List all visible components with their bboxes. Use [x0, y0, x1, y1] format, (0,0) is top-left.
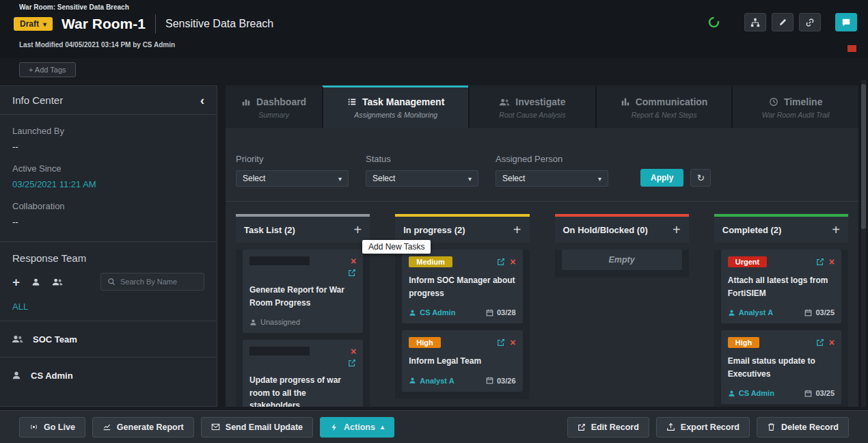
- select-value: Select: [243, 174, 265, 183]
- assigned-person-select[interactable]: Select ▾: [496, 170, 608, 187]
- delete-task-icon[interactable]: ×: [510, 257, 515, 267]
- timeline-clock-icon: [769, 97, 778, 107]
- chat-button[interactable]: [835, 13, 857, 31]
- edit-task-icon[interactable]: [497, 338, 505, 347]
- field-collaboration: Collaboration --: [12, 201, 204, 227]
- task-title: Attach all latest logs from FortiSIEM: [728, 274, 835, 299]
- breadcrumb: War Room: Sensitive Data Breach: [19, 3, 129, 11]
- redacted-text: [249, 256, 310, 265]
- add-tags-button[interactable]: + Add Tags: [19, 62, 76, 77]
- go-live-button[interactable]: Go Live: [19, 417, 85, 438]
- delete-task-icon[interactable]: ×: [829, 338, 835, 347]
- add-new-tasks-tooltip: Add New Tasks: [362, 240, 431, 254]
- add-task-icon[interactable]: +: [513, 223, 521, 237]
- tab-investigate[interactable]: Investigate Root Cause Analysis: [468, 85, 595, 128]
- tab-label: Communication: [636, 96, 708, 107]
- column-title: In progress (2): [403, 225, 465, 235]
- search-input[interactable]: [120, 278, 194, 286]
- delete-task-icon[interactable]: ×: [351, 256, 356, 266]
- footer-actions-bar: Go Live Generate Report Send Email Updat…: [0, 410, 868, 443]
- task-title: Generate Report for War Room Progress: [249, 284, 356, 309]
- tab-communication[interactable]: Communication Report & Next Steps: [595, 85, 732, 128]
- task-card[interactable]: High × Inform Legal Team Analys: [402, 330, 522, 392]
- member-name: SOC Team: [33, 334, 77, 345]
- vertical-scrollbar[interactable]: [861, 80, 866, 407]
- column-title: Task List (2): [244, 225, 295, 235]
- status-select[interactable]: Select ▾: [366, 170, 478, 187]
- task-card[interactable]: Urgent × Attach all latest logs from For…: [721, 250, 841, 323]
- team-icon: [12, 334, 23, 344]
- task-card[interactable]: Medium × Inform SOC Manager about progre…: [402, 250, 522, 323]
- export-record-button[interactable]: Export Record: [656, 417, 750, 438]
- add-task-icon[interactable]: +: [673, 223, 681, 237]
- chevron-down-icon: ▾: [468, 175, 472, 183]
- task-card[interactable]: High × Email status update to Executives: [721, 330, 841, 404]
- edit-task-icon[interactable]: [816, 338, 824, 347]
- envelope-icon: [211, 422, 220, 431]
- edit-button[interactable]: [772, 13, 794, 31]
- column-body: × Generate Report for War Room Progress …: [236, 250, 370, 407]
- column-title: On Hold/Blocked (0): [563, 225, 648, 235]
- actions-button[interactable]: Actions ▴: [320, 417, 394, 438]
- info-center-sidebar: Info Center ‹ Launched By -- Active Sinc…: [0, 85, 217, 407]
- link-button[interactable]: [799, 13, 821, 31]
- edit-task-icon[interactable]: [348, 269, 356, 277]
- column-body: Empty: [555, 250, 689, 278]
- delete-record-button[interactable]: Delete Record: [757, 417, 849, 438]
- member-row-cs-admin[interactable]: CS Admin: [0, 357, 217, 393]
- tab-bar: Dashboard Summary Task Management Assign…: [226, 85, 858, 128]
- add-person-icon[interactable]: [31, 278, 40, 286]
- delete-task-icon[interactable]: ×: [829, 257, 835, 267]
- chevron-down-icon: ▾: [598, 175, 601, 183]
- button-label: Go Live: [44, 422, 75, 432]
- status-badge[interactable]: Draft ▾: [14, 17, 53, 31]
- tab-dashboard[interactable]: Dashboard Summary: [226, 85, 322, 128]
- task-title: Inform Legal Team: [409, 355, 515, 368]
- main-content: Dashboard Summary Task Management Assign…: [226, 85, 858, 407]
- export-icon: [666, 422, 675, 431]
- add-team-icon[interactable]: [52, 278, 63, 286]
- member-row-soc-team[interactable]: SOC Team: [0, 321, 217, 357]
- tab-task-management[interactable]: Task Management Assignments & Monitoring: [322, 85, 468, 128]
- refresh-button[interactable]: ↻: [690, 169, 711, 187]
- edit-task-icon[interactable]: [348, 359, 356, 367]
- edit-task-icon[interactable]: [497, 258, 505, 266]
- chevron-down-icon: ▾: [43, 21, 46, 28]
- investigate-icon: [499, 98, 510, 107]
- status-badge-label: Draft: [20, 19, 39, 29]
- task-card[interactable]: × Generate Report for War Room Progress …: [243, 250, 363, 333]
- filter-all[interactable]: ALL: [0, 299, 217, 321]
- task-title: Update progress of war room to all the s…: [249, 374, 356, 407]
- add-task-icon[interactable]: +: [832, 223, 840, 237]
- edit-record-button[interactable]: Edit Record: [567, 417, 649, 438]
- tab-label: Investigate: [515, 96, 565, 107]
- actions-icon: [330, 423, 338, 431]
- sitemap-button[interactable]: [744, 13, 766, 31]
- apply-button[interactable]: Apply: [640, 169, 683, 187]
- tab-timeline[interactable]: Timeline War Room Audit Trail: [731, 85, 858, 128]
- add-task-icon[interactable]: +: [354, 223, 362, 237]
- generate-report-button[interactable]: Generate Report: [92, 417, 194, 438]
- priority-badge: High: [728, 337, 759, 348]
- priority-badge: High: [409, 337, 440, 348]
- add-member-icon[interactable]: +: [12, 276, 20, 288]
- filter-label: Priority: [236, 154, 349, 164]
- page-title: War Room-1: [62, 16, 146, 32]
- select-value: Select: [372, 174, 395, 183]
- tab-label: Timeline: [784, 96, 823, 107]
- button-label: Generate Report: [117, 422, 184, 432]
- collapse-sidebar-icon[interactable]: ‹: [200, 94, 204, 107]
- task-card[interactable]: × Update progress of war room to all the…: [243, 340, 363, 407]
- column-header: In progress (2) +: [395, 214, 529, 243]
- scrollbar-thumb[interactable]: [861, 84, 866, 229]
- delete-task-icon[interactable]: ×: [510, 338, 515, 347]
- edit-task-icon[interactable]: [816, 258, 824, 266]
- person-icon: [12, 371, 21, 380]
- send-email-update-button[interactable]: Send Email Update: [201, 417, 313, 438]
- task-assignee: Analyst A: [728, 308, 773, 317]
- priority-select[interactable]: Select ▾: [236, 170, 349, 187]
- field-active-since: Active Since 03/25/2021 11:21 AM: [12, 163, 204, 189]
- button-label: Edit Record: [591, 422, 639, 432]
- response-team-actions: +: [0, 270, 217, 299]
- delete-task-icon[interactable]: ×: [351, 347, 356, 356]
